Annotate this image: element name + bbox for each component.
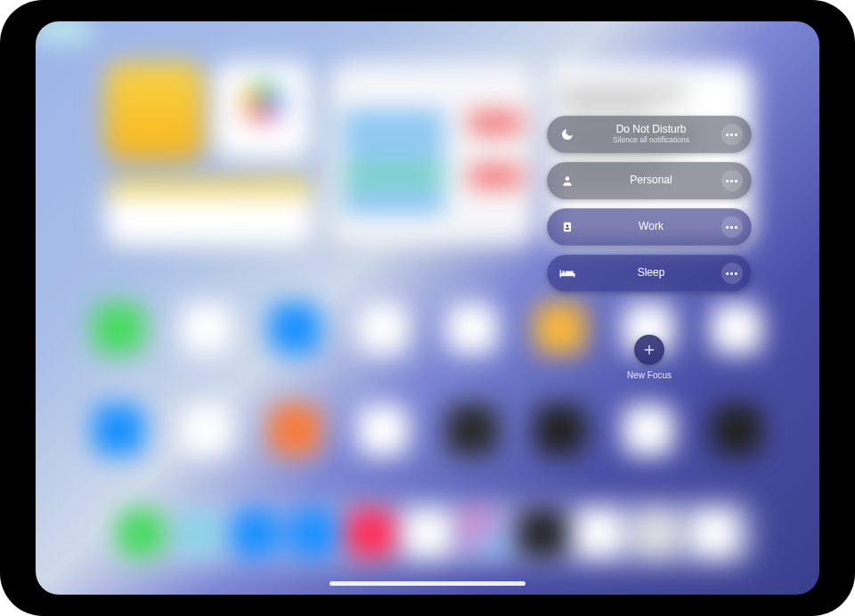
dock-icon xyxy=(289,509,337,557)
dock-icon xyxy=(518,509,566,557)
more-icon[interactable]: ••• xyxy=(721,170,743,191)
tablet-frame: Do Not Disturb Silence all notifications… xyxy=(0,0,855,616)
dock-icon xyxy=(632,509,680,557)
svg-rect-3 xyxy=(566,228,570,230)
dock-icon xyxy=(575,509,623,557)
more-icon[interactable]: ••• xyxy=(721,124,743,145)
app-icon xyxy=(534,404,586,456)
svg-rect-8 xyxy=(565,271,574,273)
focus-item-title: Work xyxy=(586,221,716,232)
focus-item-labels: Personal xyxy=(586,174,716,186)
svg-point-2 xyxy=(566,224,569,227)
dock-icon xyxy=(460,509,509,557)
new-focus-label: New Focus xyxy=(627,370,672,380)
new-focus-button[interactable]: New Focus xyxy=(627,335,672,380)
app-icon xyxy=(357,303,409,354)
plus-icon xyxy=(634,335,664,365)
more-icon[interactable]: ••• xyxy=(721,263,743,284)
dock xyxy=(98,498,757,568)
focus-item-labels: Work xyxy=(586,221,716,232)
svg-point-0 xyxy=(566,176,570,181)
focus-menu: Do Not Disturb Silence all notifications… xyxy=(547,116,752,380)
app-icon xyxy=(357,404,409,456)
person-icon xyxy=(559,173,575,189)
focus-item-subtitle: Silence all notifications xyxy=(586,136,716,144)
widget-photos xyxy=(214,62,312,160)
app-row-2 xyxy=(93,404,762,456)
focus-item-title: Sleep xyxy=(586,267,716,279)
app-icon xyxy=(446,404,498,456)
focus-item-labels: Sleep xyxy=(586,267,716,279)
focus-item-labels: Do Not Disturb Silence all notifications xyxy=(586,124,716,145)
dock-icon xyxy=(403,509,452,557)
dock-icon xyxy=(175,509,223,557)
app-icon xyxy=(181,303,232,354)
svg-rect-5 xyxy=(560,273,575,276)
widget-notes xyxy=(105,62,203,160)
app-icon xyxy=(623,404,674,456)
app-icon xyxy=(711,404,762,456)
svg-rect-6 xyxy=(574,273,574,278)
focus-item-personal[interactable]: Personal ••• xyxy=(547,162,752,199)
dock-icon xyxy=(346,509,395,557)
widget-list xyxy=(105,180,314,247)
app-icon xyxy=(93,303,144,354)
focus-item-do-not-disturb[interactable]: Do Not Disturb Silence all notifications… xyxy=(547,116,752,153)
app-icon xyxy=(446,303,498,354)
home-indicator[interactable] xyxy=(330,581,525,586)
app-icon xyxy=(93,404,144,456)
app-icon xyxy=(269,303,321,354)
dock-icon xyxy=(232,509,280,557)
focus-item-sleep[interactable]: Sleep ••• xyxy=(547,255,752,292)
more-icon[interactable]: ••• xyxy=(721,216,743,238)
dock-icon xyxy=(690,509,738,557)
dock-icon xyxy=(117,509,165,557)
badge-icon xyxy=(559,219,575,235)
focus-item-title: Personal xyxy=(586,174,716,186)
screen: Do Not Disturb Silence all notifications… xyxy=(36,21,819,595)
focus-item-work[interactable]: Work ••• xyxy=(547,208,752,246)
app-icon xyxy=(269,404,321,456)
focus-item-title: Do Not Disturb xyxy=(586,124,716,135)
app-icon xyxy=(181,404,232,456)
svg-point-7 xyxy=(562,271,565,273)
moon-icon xyxy=(559,126,575,142)
bed-icon xyxy=(559,265,575,281)
widget-calendar xyxy=(330,62,534,246)
widget-photos-caption xyxy=(36,21,89,39)
